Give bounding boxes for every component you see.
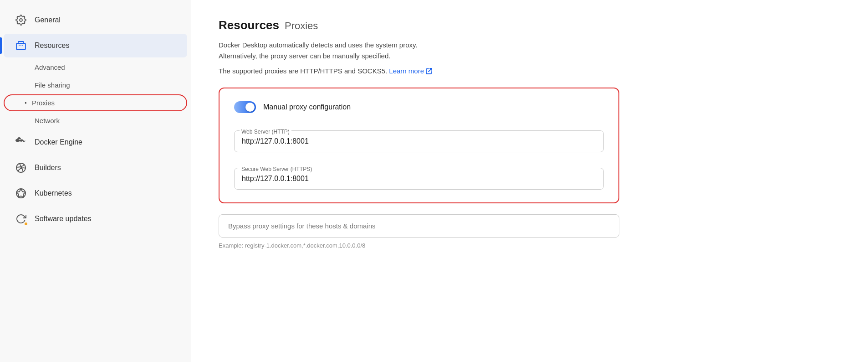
sidebar-subitem-file-sharing-label: File sharing — [35, 81, 70, 89]
https-field-label: Secure Web Server (HTTPS) — [240, 166, 314, 172]
sidebar-subitem-network[interactable]: Network — [4, 112, 187, 129]
sidebar-item-docker-engine[interactable]: Docker Engine — [4, 130, 187, 154]
sidebar-subitem-advanced[interactable]: Advanced — [4, 59, 187, 76]
resources-icon — [15, 39, 27, 52]
sidebar-item-builders[interactable]: Builders — [4, 156, 187, 180]
sidebar-item-resources[interactable]: Resources — [4, 34, 187, 57]
sidebar-item-builders-label: Builders — [35, 164, 61, 172]
bypass-input[interactable] — [219, 214, 619, 238]
manual-proxy-toggle[interactable] — [234, 101, 256, 113]
http-field-group: Web Server (HTTP) — [234, 124, 604, 152]
toggle-track — [234, 101, 256, 113]
sidebar-subitem-file-sharing[interactable]: File sharing — [4, 77, 187, 93]
builders-icon — [15, 161, 27, 174]
svg-rect-1 — [16, 43, 26, 50]
example-text: Example: registry-1.docker.com,*.docker.… — [219, 242, 841, 249]
learn-more-link[interactable]: Learn more — [389, 67, 432, 75]
manual-proxy-toggle-row: Manual proxy configuration — [234, 101, 604, 113]
manual-proxy-label: Manual proxy configuration — [263, 103, 351, 111]
https-field-group: Secure Web Server (HTTPS) — [234, 161, 604, 190]
page-header: Resources Proxies — [219, 18, 841, 32]
sidebar-subitem-proxies[interactable]: Proxies — [4, 94, 187, 111]
sidebar-item-docker-engine-label: Docker Engine — [35, 138, 82, 146]
page-subtitle: Proxies — [285, 20, 318, 32]
external-link-icon — [426, 68, 432, 74]
description-line1: Docker Desktop automatically detects and… — [219, 40, 574, 62]
docker-engine-icon — [15, 136, 27, 149]
sidebar-subitem-network-label: Network — [35, 117, 60, 124]
sidebar-item-resources-label: Resources — [35, 41, 69, 50]
http-field-label: Web Server (HTTP) — [240, 129, 291, 135]
kubernetes-icon — [15, 187, 27, 200]
page-title: Resources — [219, 18, 279, 32]
svg-rect-2 — [18, 41, 24, 43]
svg-point-0 — [20, 19, 22, 21]
general-icon — [15, 14, 27, 26]
proxy-config-box: Manual proxy configuration Web Server (H… — [219, 88, 619, 203]
sidebar-subitem-advanced-label: Advanced — [35, 63, 65, 71]
sidebar-item-software-updates[interactable]: Software updates — [4, 207, 187, 231]
toggle-thumb — [245, 103, 255, 112]
sidebar-item-general[interactable]: General — [4, 8, 187, 32]
sidebar-item-kubernetes-label: Kubernetes — [35, 189, 72, 197]
sidebar-item-software-updates-label: Software updates — [35, 215, 92, 223]
svg-line-9 — [429, 68, 432, 72]
sidebar: General Resources Advanced File sharing … — [0, 0, 191, 362]
sidebar-item-general-label: General — [35, 16, 61, 24]
main-content: Resources Proxies Docker Desktop automat… — [191, 0, 868, 362]
software-updates-icon — [15, 212, 27, 225]
sidebar-item-kubernetes[interactable]: Kubernetes — [4, 181, 187, 205]
proxies-supported-text: The supported proxies are HTTP/HTTPS and… — [219, 67, 841, 75]
sidebar-subitem-proxies-label: Proxies — [32, 99, 55, 107]
